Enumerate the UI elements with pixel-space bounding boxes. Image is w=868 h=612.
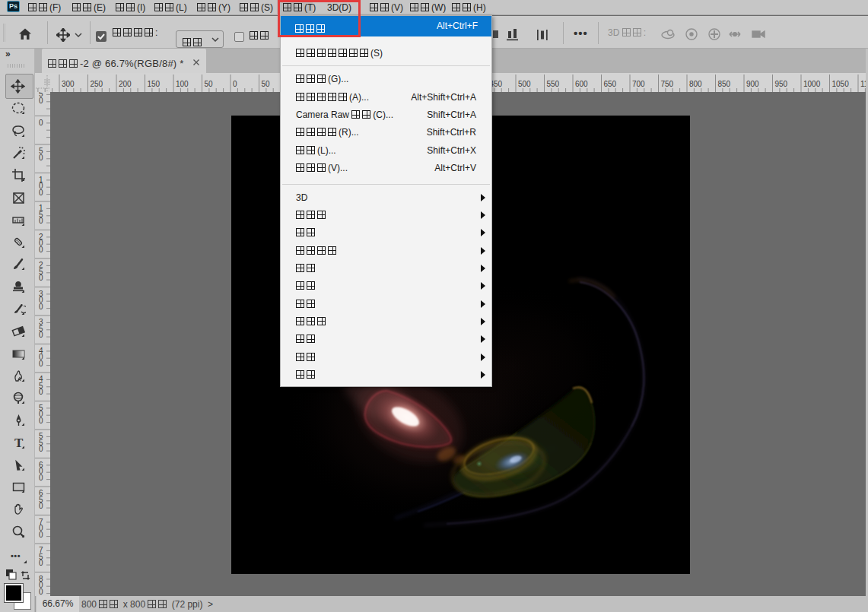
svg-text:0: 0 — [233, 80, 237, 88]
svg-text:0: 0 — [39, 246, 43, 254]
svg-text:850: 850 — [718, 80, 731, 88]
svg-text:950: 950 — [775, 80, 788, 88]
svg-text:800: 800 — [689, 80, 702, 88]
svg-text:0: 0 — [39, 559, 43, 567]
svg-text:0: 0 — [39, 189, 43, 197]
svg-text:T: T — [14, 436, 24, 450]
svg-text:1050: 1050 — [832, 80, 850, 88]
svg-text:0: 0 — [39, 445, 43, 453]
svg-text:900: 900 — [746, 80, 759, 88]
svg-text:0: 0 — [39, 360, 43, 368]
svg-text:0: 0 — [39, 217, 43, 225]
svg-text:0: 0 — [39, 531, 43, 539]
svg-text:0: 0 — [39, 417, 43, 425]
svg-text:650: 650 — [604, 80, 617, 88]
svg-text:0: 0 — [39, 388, 43, 396]
svg-text:0: 0 — [39, 119, 43, 127]
svg-text:550: 550 — [547, 80, 560, 88]
svg-text:300: 300 — [62, 80, 75, 88]
svg-text:0: 0 — [39, 502, 43, 510]
svg-text:0: 0 — [39, 154, 43, 162]
svg-text:200: 200 — [119, 80, 132, 88]
svg-text:750: 750 — [661, 80, 674, 88]
svg-text:500: 500 — [518, 80, 531, 88]
svg-text:0: 0 — [39, 303, 43, 311]
svg-text:0: 0 — [39, 97, 43, 105]
svg-text:700: 700 — [632, 80, 645, 88]
svg-text:50: 50 — [262, 80, 271, 88]
svg-text:1000: 1000 — [803, 80, 821, 88]
svg-text:0: 0 — [39, 331, 43, 339]
svg-text:250: 250 — [91, 80, 103, 88]
svg-text:0: 0 — [39, 474, 43, 482]
svg-text:0: 0 — [39, 274, 43, 282]
svg-text:100: 100 — [176, 80, 189, 88]
svg-text:50: 50 — [205, 80, 214, 88]
svg-text:0: 0 — [39, 588, 43, 596]
svg-text:600: 600 — [575, 80, 588, 88]
svg-text:150: 150 — [148, 80, 161, 88]
